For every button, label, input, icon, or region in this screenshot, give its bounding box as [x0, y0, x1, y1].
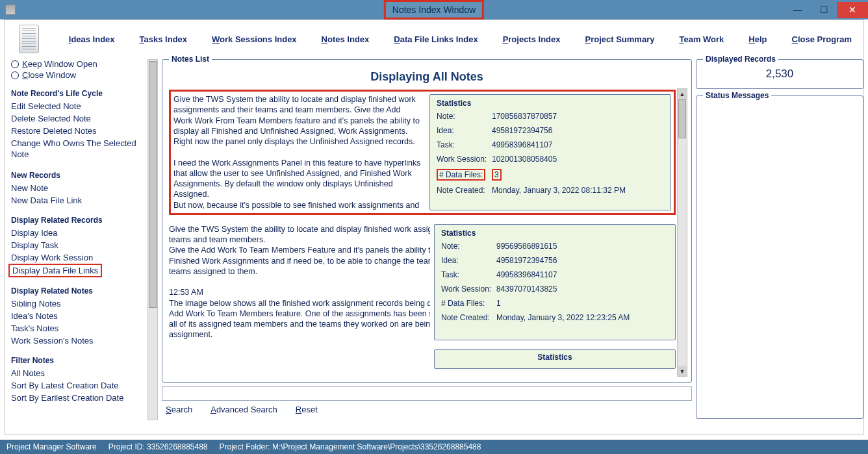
- menu-work-sessions[interactable]: Work Sessions Index: [212, 34, 297, 44]
- link-delete-note[interactable]: Delete Selected Note: [11, 112, 142, 125]
- link-sibling-notes[interactable]: Sibling Notes: [11, 297, 142, 310]
- notes-scrollbar[interactable]: ▲ ▼: [677, 88, 687, 377]
- footer-project-folder: Project Folder: M:\Project Management So…: [220, 442, 481, 451]
- close-button[interactable]: ✕: [837, 2, 868, 18]
- radio-icon: [11, 71, 19, 79]
- keep-window-open-radio[interactable]: Keep Window Open: [11, 59, 142, 69]
- maximize-button[interactable]: ☐: [811, 2, 837, 18]
- scroll-down-icon[interactable]: ▼: [678, 366, 687, 376]
- menu-project-summary[interactable]: Project Summary: [585, 34, 655, 44]
- statistics-title: Statistics: [441, 229, 669, 238]
- reset-link[interactable]: Reset: [296, 405, 318, 414]
- menu-projects[interactable]: Projects Index: [503, 34, 561, 44]
- label-idea: Idea:: [441, 256, 496, 265]
- note-row[interactable]: Statistics: [169, 349, 676, 369]
- menu-tasks[interactable]: Tasks Index: [140, 34, 187, 44]
- window-title: Notes Index Window: [384, 0, 484, 19]
- link-display-data-file-links[interactable]: Display Data File Links: [8, 264, 102, 277]
- search-link[interactable]: Search: [166, 405, 192, 414]
- value-task: 49958396841107: [492, 140, 664, 149]
- note-text: [169, 349, 430, 369]
- menu-ideas[interactable]: IIdeas Indexdeas Index: [69, 34, 115, 44]
- menu-notes[interactable]: Notes Index: [322, 34, 370, 44]
- search-input-wrap: [162, 386, 692, 401]
- link-display-idea[interactable]: Display Idea: [11, 227, 142, 239]
- note-text: Give the TWS System the ability to locat…: [173, 94, 426, 210]
- link-display-work-session[interactable]: Display Work Session: [11, 251, 142, 264]
- menu-items: IIdeas Indexdeas Index Tasks Index Work …: [69, 34, 852, 44]
- displayed-records-title: Displayed Records: [703, 55, 778, 64]
- value-data-files: 3: [492, 169, 664, 181]
- heading-related-records: Display Related Records: [11, 216, 142, 225]
- heading-new-records: New Records: [11, 171, 142, 180]
- main-area: Keep Window Open Close Window Note Recor…: [5, 58, 863, 434]
- status-bar: Project Manager Software Project ID: 335…: [0, 440, 868, 454]
- window-title-wrap: Notes Index Window: [384, 0, 484, 19]
- advanced-search-link[interactable]: Advanced Search: [211, 405, 277, 414]
- menubar: IIdeas Indexdeas Index Tasks Index Work …: [5, 20, 863, 58]
- link-change-owner[interactable]: Change Who Owns The Selected Note: [11, 137, 142, 162]
- statistics-title: Statistics: [437, 353, 672, 362]
- label-work-session: Work Session:: [437, 155, 492, 164]
- label-note: Note:: [441, 242, 496, 251]
- label-created: Note Created:: [437, 186, 492, 195]
- value-idea: 49581972394756: [492, 126, 664, 135]
- value-work-session: 84397070143825: [496, 284, 669, 294]
- link-sort-latest[interactable]: Sort By Latest Creation Date: [11, 379, 142, 392]
- notes-list-title: Notes List: [169, 55, 212, 64]
- scrollbar-thumb[interactable]: [149, 61, 157, 308]
- search-input[interactable]: [162, 386, 692, 401]
- note-row-highlighted[interactable]: Give the TWS System the ability to locat…: [169, 90, 676, 215]
- displayed-records-value: 2,530: [702, 68, 858, 81]
- right-column: Displayed Records 2,530 Status Messages: [696, 58, 863, 434]
- status-messages-title: Status Messages: [703, 91, 771, 100]
- menu-help[interactable]: Help: [748, 34, 767, 44]
- app-small-icon: [5, 5, 16, 15]
- link-restore-notes[interactable]: Restore Deleted Notes: [11, 125, 142, 137]
- value-note: 170856837870857: [492, 112, 664, 121]
- label-work-session: Work Session:: [441, 284, 496, 294]
- menu-data-file-links[interactable]: Data File Links Index: [394, 34, 478, 44]
- titlebar: Notes Index Window — ☐ ✕: [0, 0, 868, 19]
- menu-close-program[interactable]: Close Program: [792, 34, 852, 44]
- label-data-files: # Data Files:: [441, 299, 496, 308]
- link-display-task[interactable]: Display Task: [11, 239, 142, 251]
- value-work-session: 102001308058405: [492, 155, 664, 164]
- value-created: Monday, January 3, 2022 08:11:32 PM: [492, 186, 664, 195]
- notes-scroll-area: Give the TWS System the ability to locat…: [169, 90, 676, 377]
- link-work-session-notes[interactable]: Work Session's Notes: [11, 334, 142, 347]
- client-area: IIdeas Indexdeas Index Tasks Index Work …: [4, 19, 864, 435]
- search-links: Search Advanced Search Reset: [162, 405, 692, 414]
- status-messages-panel: Status Messages: [696, 95, 863, 419]
- value-idea: 49581972394756: [496, 256, 669, 265]
- label-note: Note:: [437, 112, 492, 121]
- link-sort-earliest[interactable]: Sort By Earilest Creation Date: [11, 392, 142, 404]
- link-tasks-notes[interactable]: Task's Notes: [11, 322, 142, 334]
- link-new-note[interactable]: New Note: [11, 182, 142, 194]
- link-edit-note[interactable]: Edit Selected Note: [11, 100, 142, 112]
- label-task: Task:: [441, 270, 496, 279]
- sidebar-scrollbar[interactable]: [147, 59, 158, 420]
- heading-related-notes: Display Related Notes: [11, 286, 142, 296]
- link-ideas-notes[interactable]: Idea's Notes: [11, 310, 142, 322]
- heading-life-cycle: Note Record's Life Cycle: [11, 89, 142, 98]
- menu-team-work[interactable]: Team Work: [679, 34, 724, 44]
- link-all-notes[interactable]: All Notes: [11, 367, 142, 379]
- footer-app-name: Project Manager Software: [6, 442, 97, 451]
- minimize-button[interactable]: —: [785, 2, 811, 18]
- displayed-records-panel: Displayed Records 2,530: [696, 59, 863, 89]
- notes-display-title: Displaying All Notes: [168, 70, 686, 84]
- window-controls: — ☐ ✕: [785, 2, 868, 18]
- link-new-dfl[interactable]: New Data File Link: [11, 194, 142, 207]
- note-row[interactable]: Give the TWS System the ability to locat…: [169, 224, 676, 340]
- close-window-radio[interactable]: Close Window: [11, 70, 142, 80]
- radio-icon: [11, 60, 19, 68]
- statistics-title: Statistics: [437, 99, 664, 108]
- statistics-box: Statistics: [434, 349, 676, 369]
- scroll-up-icon[interactable]: ▲: [678, 89, 687, 99]
- scrollbar-thumb[interactable]: [678, 99, 686, 138]
- value-created: Monday, January 3, 2022 12:23:25 AM: [496, 313, 669, 322]
- sidebar: Keep Window Open Close Window Note Recor…: [5, 58, 147, 434]
- notes-list-panel: Notes List Displaying All Notes ▲ ▼ Give…: [162, 59, 692, 383]
- app-icon: [19, 25, 39, 53]
